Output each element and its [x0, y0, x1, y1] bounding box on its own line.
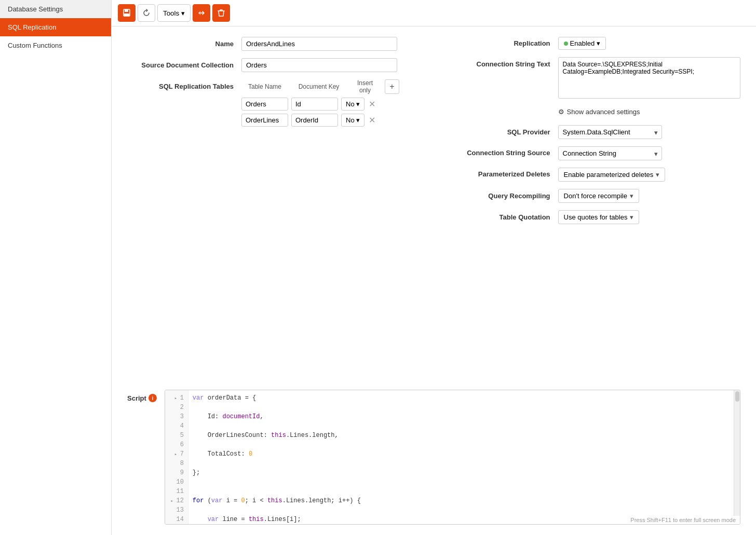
line-num-7: 7	[165, 449, 188, 459]
refresh-button[interactable]	[138, 4, 155, 22]
source-input[interactable]	[241, 58, 397, 72]
conn-string-textarea[interactable]: Data Source=.\SQLEXPRESS;Initial Catalog…	[558, 57, 740, 99]
replication-label: Replication	[465, 39, 558, 47]
code-editor-inner: 1 2 3 4 5 6 7 8 9 10 11 12 13 14 15 16 1	[165, 390, 740, 524]
save-button[interactable]	[118, 4, 136, 22]
line-num-5: 5	[165, 431, 188, 440]
sql-provider-label: SQL Provider	[465, 128, 558, 136]
line-num-6: 6	[165, 440, 188, 449]
name-row: Name	[127, 37, 454, 51]
sidebar-label-database-settings: Database Settings	[8, 5, 63, 13]
sidebar-label-sql-replication: SQL Replication	[8, 23, 56, 31]
doc-key-input-2[interactable]	[291, 114, 338, 127]
sidebar-label-custom-functions: Custom Functions	[8, 42, 62, 49]
line-num-12: 12	[165, 496, 188, 505]
table-name-input-1[interactable]	[241, 98, 288, 111]
param-deletes-row: Parameterized Deletes Enable parameteriz…	[465, 168, 740, 182]
tables-label: SQL Replication Tables	[127, 79, 241, 91]
scrollbar-thumb	[735, 391, 739, 402]
replication-row: Replication Enabled ▾	[465, 37, 740, 50]
form-two-col: Name Source Document Collection SQL Repl…	[127, 37, 740, 231]
line-num-10: 10	[165, 477, 188, 487]
line-num-9: 9	[165, 468, 188, 477]
param-deletes-label: Parameterized Deletes	[465, 170, 558, 179]
sql-provider-select[interactable]: System.Data.SqlClient	[558, 125, 662, 139]
query-recompile-row: Query Recompiling Don't force recompile	[465, 189, 740, 203]
tools-label: Tools	[163, 9, 179, 17]
main-content: Tools ▾ Name Source Document Colle	[112, 0, 756, 535]
replication-value: Enabled	[570, 39, 595, 47]
line-numbers: 1 2 3 4 5 6 7 8 9 10 11 12 13 14 15 16 1	[165, 390, 188, 524]
source-label: Source Document Collection	[127, 58, 241, 70]
right-column: Replication Enabled ▾ Connection String …	[465, 37, 740, 231]
line-num-14: 14	[165, 515, 188, 524]
replication-dropdown[interactable]: Enabled ▾	[558, 37, 606, 50]
doc-key-input-1[interactable]	[291, 98, 338, 111]
code-footer: Press Shift+F11 to enter full screen mod…	[626, 516, 740, 524]
code-editor[interactable]: 1 2 3 4 5 6 7 8 9 10 11 12 13 14 15 16 1	[165, 390, 740, 525]
sidebar-item-database-settings[interactable]: Database Settings	[0, 0, 111, 18]
conn-string-source-select-wrap: Connection String	[558, 146, 662, 160]
table-name-col-header: Table Name	[241, 83, 288, 90]
script-section: Script i 1 2 3 4 5 6 7 8 9 10 11 12 13	[112, 390, 756, 535]
info-icon: i	[148, 394, 157, 402]
script-label: Script i	[127, 390, 157, 402]
tables-container: Table Name Document Key Insertonly + No …	[241, 79, 399, 130]
toolbar: Tools ▾	[112, 0, 756, 26]
line-num-1: 1	[165, 393, 188, 403]
form-area: Name Source Document Collection SQL Repl…	[112, 26, 756, 390]
tools-dropdown[interactable]: Tools ▾	[157, 4, 191, 22]
line-num-2: 2	[165, 403, 188, 412]
remove-table-2[interactable]: ✕	[369, 115, 375, 125]
delete-button[interactable]	[212, 4, 230, 22]
tools-chevron-icon: ▾	[181, 9, 185, 17]
advanced-settings-label: Show advanced settings	[567, 108, 640, 116]
table-quotation-dropdown[interactable]: Use quotes for tables	[558, 210, 640, 224]
sql-provider-select-wrap: System.Data.SqlClient	[558, 125, 662, 139]
insert-only-col-header: Insertonly	[349, 79, 381, 94]
conn-string-source-label: Connection String Source	[465, 149, 558, 158]
insert-only-dropdown-1[interactable]: No ▾	[341, 98, 365, 111]
gear-icon: ⚙	[558, 108, 564, 116]
conn-string-source-row: Connection String Source Connection Stri…	[465, 146, 740, 160]
replication-chevron-icon: ▾	[597, 39, 600, 47]
svg-rect-1	[125, 9, 128, 12]
query-recompile-value: Don't force recompile	[564, 192, 627, 200]
table-quotation-label: Table Quotation	[465, 213, 558, 221]
sidebar-item-sql-replication[interactable]: SQL Replication	[0, 18, 111, 36]
svg-rect-2	[124, 13, 129, 16]
doc-key-col-header: Document Key	[295, 83, 342, 90]
insert-only-dropdown-2[interactable]: No ▾	[341, 114, 365, 127]
sql-provider-row: SQL Provider System.Data.SqlClient	[465, 125, 740, 139]
table-quotation-value: Use quotes for tables	[564, 213, 628, 221]
conn-string-text-label: Connection String Text	[465, 57, 558, 69]
name-input[interactable]	[241, 37, 397, 51]
show-advanced-link[interactable]: ⚙ Show advanced settings	[558, 106, 640, 118]
line-num-11: 11	[165, 487, 188, 496]
sidebar-item-custom-functions[interactable]: Custom Functions	[0, 36, 111, 54]
sidebar: Database Settings SQL Replication Custom…	[0, 0, 112, 535]
line-num-4: 4	[165, 421, 188, 431]
param-deletes-dropdown[interactable]: Enable parameterized deletes	[558, 168, 666, 182]
transform-button[interactable]	[193, 4, 210, 22]
line-num-3: 3	[165, 412, 188, 421]
add-table-button[interactable]: +	[385, 79, 399, 94]
conn-string-source-select[interactable]: Connection String	[558, 146, 662, 160]
remove-table-1[interactable]: ✕	[369, 99, 375, 109]
left-column: Name Source Document Collection SQL Repl…	[127, 37, 465, 231]
advanced-settings-row: ⚙ Show advanced settings	[465, 106, 740, 118]
source-row: Source Document Collection	[127, 58, 454, 72]
conn-string-text-row: Connection String Text Data Source=.\SQL…	[465, 57, 740, 99]
tables-header: Table Name Document Key Insertonly +	[241, 79, 399, 94]
table-name-input-2[interactable]	[241, 114, 288, 127]
table-row-1: No ▾ ✕	[241, 98, 399, 111]
name-label: Name	[127, 37, 241, 48]
query-recompile-label: Query Recompiling	[465, 192, 558, 200]
line-num-8: 8	[165, 459, 188, 468]
tables-row: SQL Replication Tables Table Name Docume…	[127, 79, 454, 130]
table-quotation-row: Table Quotation Use quotes for tables	[465, 210, 740, 224]
scrollbar-vertical[interactable]	[734, 390, 740, 524]
code-content[interactable]: var orderData = { Id: documentId, OrderL…	[188, 390, 740, 524]
query-recompile-dropdown[interactable]: Don't force recompile	[558, 189, 639, 203]
line-num-13: 13	[165, 505, 188, 515]
